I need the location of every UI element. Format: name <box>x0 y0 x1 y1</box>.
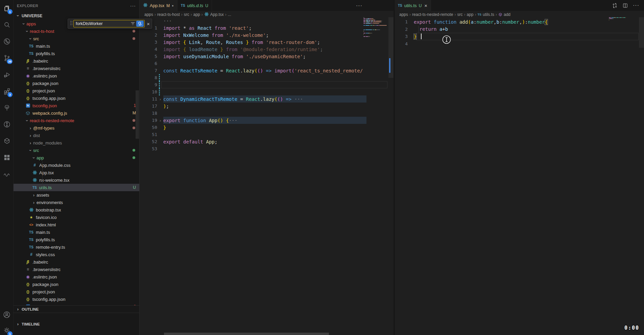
activity-item-source-control[interactable]: 38 <box>0 50 14 65</box>
code-line-1[interactable]: 1import * as React from 'react'; <box>140 24 393 31</box>
filter-icon[interactable] <box>130 21 135 26</box>
breadcrumb-item-react-ts-nested-remote[interactable]: react-ts-nested-remote <box>412 12 453 17</box>
activity-item-debug[interactable] <box>0 67 14 82</box>
outline-section-header[interactable]: › OUTLINE <box>14 305 139 313</box>
tree-item-src[interactable]: ›src <box>14 147 139 154</box>
code-line-4[interactable]: 4 <box>395 40 644 48</box>
tree-item-app[interactable]: ›app <box>14 154 139 161</box>
breadcrumb-item-app[interactable]: app <box>467 12 473 17</box>
drag-grip-icon[interactable] <box>70 21 73 27</box>
code-line-50[interactable]: 50} <box>140 124 393 131</box>
tree-item-webpack.config.js[interactable]: webpack.config.jsM <box>14 109 139 117</box>
tree-item-environments[interactable]: ›environments <box>14 199 139 206</box>
horizontal-scrollbar[interactable] <box>164 333 329 335</box>
code-line-53[interactable]: 53 <box>140 145 393 152</box>
activity-item-wave[interactable] <box>0 166 14 181</box>
close-icon[interactable]: × <box>147 21 150 27</box>
activity-item-circle-branch[interactable] <box>0 117 14 132</box>
breadcrumb-item-add[interactable]: add <box>498 12 510 17</box>
breadcrumb-item-app[interactable]: app <box>193 12 200 17</box>
editor-more-actions[interactable]: ··· <box>356 0 362 11</box>
fuzzy-search-button[interactable] <box>136 21 144 27</box>
tree-item-tsconfig.json[interactable]: tstsconfig.json1 <box>14 102 139 109</box>
code-line-3[interactable]: 3import { Link, Route, Routes } from 're… <box>140 39 393 46</box>
overview-ruler[interactable] <box>388 0 393 335</box>
tree-item-utils.ts[interactable]: TSutils.tsU <box>14 184 139 191</box>
code-line-17[interactable]: 17); <box>140 103 393 110</box>
tab-utils.ts[interactable]: TSutils.tsU× <box>395 0 431 11</box>
tree-item-dist[interactable]: ›dist <box>14 132 139 139</box>
code-line-8[interactable]: 8 <box>140 74 393 81</box>
tree-item-project.json[interactable]: {}project.json <box>14 87 139 94</box>
open-changes-icon[interactable] <box>612 3 618 8</box>
code-line-5[interactable]: 5import useDynamicModule from './useDyna… <box>140 53 393 60</box>
tree-item-App.tsx[interactable]: App.tsx <box>14 169 139 176</box>
code-line-7[interactable]: 7const ReactTsRemote = React.lazy(() => … <box>140 67 393 74</box>
tab-App.tsx[interactable]: App.tsxM● <box>140 0 177 11</box>
code-line-4[interactable]: 4import { loadRemote } from '@module-fed… <box>140 46 393 53</box>
breadcrumb-item-...[interactable]: ... <box>228 12 231 17</box>
tree-item-.browserslistrc[interactable]: ≡.browserslistrc <box>14 266 139 273</box>
activity-item-grid[interactable] <box>0 150 14 165</box>
tree-item-main.ts[interactable]: TSmain.ts <box>14 42 139 50</box>
tree-item-nx-welcome.tsx[interactable]: nx-welcome.tsx <box>14 176 139 184</box>
tree-item-tsconfig.app.json[interactable]: {}tsconfig.app.json <box>14 94 139 102</box>
breadcrumb-item-apps[interactable]: apps <box>399 12 408 17</box>
breadcrumb-item-App.tsx[interactable]: App.tsx <box>204 12 224 18</box>
tree-item-.babelrc[interactable]: β.babelrc <box>14 57 139 65</box>
tree-item-assets[interactable]: ›assets <box>14 191 139 199</box>
code-line[interactable]: ··· <box>140 17 393 24</box>
tree-item-project.json[interactable]: {}project.json <box>14 288 139 295</box>
code-line-18[interactable]: 18 <box>140 110 393 117</box>
breadcrumb-item-src[interactable]: src <box>457 12 462 17</box>
code-line-2[interactable]: 2import NxWelcome from './nx-welcome'; <box>140 31 393 39</box>
code-line-6[interactable]: 6 <box>140 60 393 67</box>
tree-item-package.json[interactable]: {}package.json <box>14 281 139 288</box>
tree-item-App.module.css[interactable]: #App.module.css <box>14 161 139 169</box>
more-actions[interactable]: ··· <box>633 2 639 8</box>
tree-item-index.html[interactable]: <>index.html <box>14 221 139 228</box>
activity-item-settings-gear[interactable]: 1 <box>0 323 14 335</box>
tree-item-.eslintrc.json[interactable]: ◉.eslintrc.json <box>14 273 139 281</box>
tree-item-remote-entry.ts[interactable]: TSremote-entry.ts <box>14 243 139 251</box>
tree-item-polyfills.ts[interactable]: TSpolyfills.ts <box>14 236 139 243</box>
code-line-19[interactable]: 19›export function App() {··· <box>140 117 393 124</box>
activity-item-nx-console[interactable] <box>0 133 14 148</box>
code-line-2[interactable]: 2 return a+b <box>395 26 644 33</box>
tree-item-styles.css[interactable]: #styles.css <box>14 251 139 258</box>
code-line-51[interactable]: 51 <box>140 131 393 138</box>
activity-item-extensions[interactable]: 3 <box>0 84 14 98</box>
code-line-1[interactable]: 1export function add(a:number,b:number,)… <box>395 18 644 26</box>
code-line-52[interactable]: 52export default App; <box>140 138 393 145</box>
tree-item-.eslintrc.json[interactable]: ◉.eslintrc.json <box>14 72 139 80</box>
breadcrumb-item-react-ts-host[interactable]: react-ts-host <box>157 12 180 17</box>
code-line-3[interactable]: 3} <box>395 33 644 40</box>
breadcrumb-item-utils.ts[interactable]: TSutils.ts <box>477 12 494 17</box>
tree-item-package.json[interactable]: {}package.json <box>14 80 139 87</box>
tree-item-react-ts-nested-remote[interactable]: ›react-ts-nested-remote <box>14 117 139 124</box>
activity-item-search[interactable] <box>0 17 14 32</box>
activity-item-remote-graph[interactable] <box>0 34 14 49</box>
split-editor-icon[interactable] <box>622 3 628 8</box>
sidebar-scrollbar[interactable] <box>136 90 139 139</box>
tree-item-tsconfig.app.json[interactable]: {}tsconfig.app.json <box>14 295 139 303</box>
tree-item-node_modules[interactable]: ›node_modules <box>14 139 139 147</box>
tree-item-.browserslistrc[interactable]: ≡.browserslistrc <box>14 65 139 72</box>
tree-item-favicon.ico[interactable]: ★favicon.ico <box>14 214 139 221</box>
tree-item-polyfills.ts[interactable]: TSpolyfills.ts <box>14 50 139 57</box>
activity-item-account[interactable] <box>0 307 14 322</box>
code-line-10[interactable]: 10 <box>140 88 393 95</box>
tree-item-.babelrc[interactable]: β.babelrc <box>14 258 139 266</box>
code-line-11[interactable]: 11›const DynamicReactTsRemote = React.la… <box>140 95 393 103</box>
timeline-section-header[interactable]: › TIMELINE <box>14 313 139 335</box>
close-icon[interactable]: × <box>424 3 427 8</box>
activity-item-files[interactable]: 1 <box>0 1 14 16</box>
code-line-9[interactable]: 9 <box>140 81 393 88</box>
breadcrumb-item-src[interactable]: src <box>184 12 189 17</box>
overview-ruler[interactable] <box>639 0 644 335</box>
tree-item-bootstrap.tsx[interactable]: bootstrap.tsx <box>14 206 139 214</box>
explorer-more-actions[interactable]: ··· <box>130 3 136 8</box>
find-input[interactable]: forkDtsWorker <box>73 20 145 27</box>
activity-item-tree[interactable] <box>0 100 14 115</box>
tab-utils.d.ts[interactable]: TSutils.d.tsU <box>177 0 212 11</box>
